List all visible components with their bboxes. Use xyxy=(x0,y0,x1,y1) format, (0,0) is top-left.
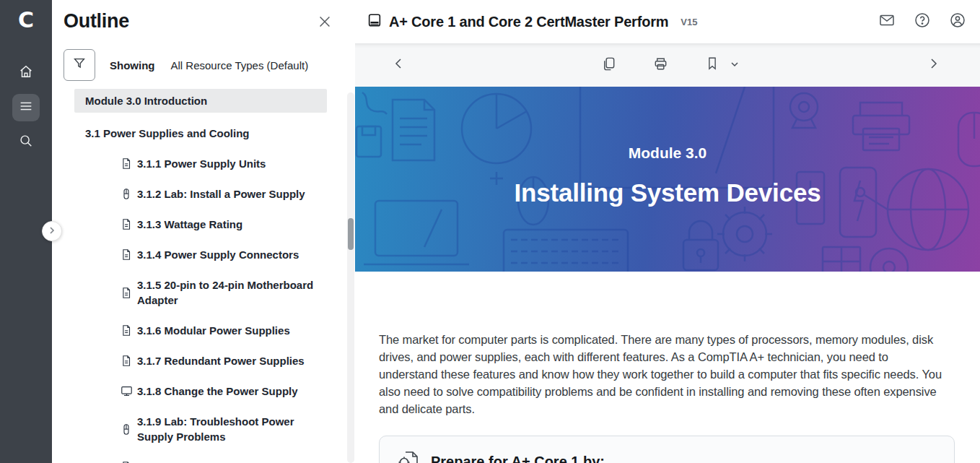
module-hero-banner: Module 3.0 Installing System Devices xyxy=(355,87,980,272)
outline-scrollbar-track[interactable] xyxy=(347,92,354,463)
home-button[interactable] xyxy=(12,59,40,87)
course-header: A+ Core 1 and Core 2 CertMaster Perform … xyxy=(355,0,980,43)
prepare-callout: Prepare for A+ Core 1 by: xyxy=(379,436,955,463)
document-gear-icon xyxy=(397,449,420,463)
search-icon xyxy=(18,133,34,152)
outline-item[interactable]: 3.1.1 Power Supply Units xyxy=(74,152,327,176)
document-icon xyxy=(120,353,134,369)
next-page-button[interactable] xyxy=(921,53,945,77)
app: C Outline xyxy=(0,0,980,463)
menu-icon xyxy=(18,98,34,117)
bookmark-icon xyxy=(704,56,720,74)
hero-module-title: Installing System Devices xyxy=(515,178,821,207)
lesson-content: Module 3.0 Installing System Devices The… xyxy=(355,87,980,463)
comptia-logo: C xyxy=(18,7,34,33)
chevron-right-icon xyxy=(927,57,940,73)
outline-item[interactable]: 3.1.5 20-pin to 24-pin Motherboard Adapt… xyxy=(74,273,327,312)
showing-label: Showing xyxy=(110,59,155,72)
search-button[interactable] xyxy=(12,129,40,156)
mouse-icon xyxy=(120,421,134,437)
printer-icon xyxy=(652,56,669,75)
close-outline-button[interactable] xyxy=(315,13,335,33)
outline-item-label: 3.1.6 Modular Power Supplies xyxy=(137,324,290,337)
outline-item-label: 3.1.9 Lab: Troubleshoot Power Supply Pro… xyxy=(137,415,294,443)
panel-collapse-button[interactable] xyxy=(42,221,62,241)
mouse-icon xyxy=(120,186,134,202)
chevron-right-icon xyxy=(48,225,56,238)
document-icon xyxy=(120,323,134,339)
account-button[interactable] xyxy=(947,11,968,33)
course-title: A+ Core 1 and Core 2 CertMaster Perform xyxy=(389,14,668,30)
chevron-left-icon xyxy=(393,57,406,73)
print-button[interactable] xyxy=(648,53,673,77)
book-icon xyxy=(367,12,382,31)
filter-value: All Resource Types (Default) xyxy=(171,59,309,72)
close-icon xyxy=(317,14,333,33)
document-icon xyxy=(120,247,134,263)
outline-list: Module 3.0 Introduction3.1 Power Supplie… xyxy=(74,89,327,463)
outline-item[interactable]: 3.1.9 Lab: Troubleshoot Power Supply Pro… xyxy=(74,410,327,449)
course-version-badge: V15 xyxy=(681,17,697,27)
person-circle-icon xyxy=(949,12,966,32)
outline-item[interactable]: Module 3.0 Introduction xyxy=(74,89,327,113)
outline-item-label: 3.1.2 Lab: Install a Power Supply xyxy=(137,188,305,200)
bookmark-menu-caret[interactable] xyxy=(730,59,739,72)
outline-item[interactable]: 3.1.7 Redundant Power Supplies xyxy=(74,349,327,373)
main-area: A+ Core 1 and Core 2 CertMaster Perform … xyxy=(355,0,980,463)
filter-funnel-icon xyxy=(71,56,87,74)
document-icon xyxy=(120,459,134,463)
document-icon xyxy=(120,285,134,300)
outline-item-label: 3.1.4 Power Supply Connectors xyxy=(137,248,299,261)
outline-item[interactable]: 3.1.6 Modular Power Supplies xyxy=(74,319,327,342)
outline-panel: Outline Showing All Resource Types (Defa… xyxy=(52,0,355,463)
outline-item-label: 3.1 Power Supplies and Cooling xyxy=(85,127,250,139)
outline-item[interactable]: 3.1.3 Wattage Rating xyxy=(74,212,327,236)
copy-button[interactable] xyxy=(596,53,621,77)
bookmark-button[interactable] xyxy=(700,53,725,77)
outline-scrollbar-thumb[interactable] xyxy=(348,218,354,250)
document-icon xyxy=(120,217,134,233)
outline-item-label: 3.1.3 Wattage Rating xyxy=(137,218,242,230)
outline-item-label: 3.1.7 Redundant Power Supplies xyxy=(137,355,305,367)
outline-item-label: Module 3.0 Introduction xyxy=(85,95,207,107)
outline-item-label: 3.1.1 Power Supply Units xyxy=(137,157,266,170)
intro-paragraph: The market for computer parts is complic… xyxy=(379,331,949,417)
previous-page-button[interactable] xyxy=(387,53,411,77)
outline-item[interactable]: 3.1.4 Power Supply Connectors xyxy=(74,243,327,267)
page-toolbar xyxy=(355,43,980,87)
outline-item[interactable]: 3.1.10 Fan Cooling Systems xyxy=(74,455,327,463)
outline-item-label: 3.1.8 Change the Power Supply xyxy=(137,385,298,397)
document-icon xyxy=(120,156,134,172)
outline-item[interactable]: 3.1.2 Lab: Install a Power Supply xyxy=(74,182,327,206)
home-icon xyxy=(18,64,34,82)
envelope-icon xyxy=(878,12,896,32)
filter-button[interactable] xyxy=(64,49,95,81)
hero-module-label: Module 3.0 xyxy=(629,144,707,162)
outline-item-label: 3.1.5 20-pin to 24-pin Motherboard Adapt… xyxy=(137,279,313,306)
outline-button[interactable] xyxy=(12,94,40,121)
monitor-icon xyxy=(120,384,134,399)
copy-pages-icon xyxy=(600,56,617,75)
outline-title: Outline xyxy=(64,10,129,33)
outline-item[interactable]: 3.1 Power Supplies and Cooling xyxy=(74,121,327,145)
outline-item[interactable]: 3.1.8 Change the Power Supply xyxy=(74,379,327,403)
messages-button[interactable] xyxy=(876,11,898,33)
prepare-heading: Prepare for A+ Core 1 by: xyxy=(431,454,605,463)
question-circle-icon xyxy=(914,12,931,32)
help-button[interactable] xyxy=(911,11,933,33)
